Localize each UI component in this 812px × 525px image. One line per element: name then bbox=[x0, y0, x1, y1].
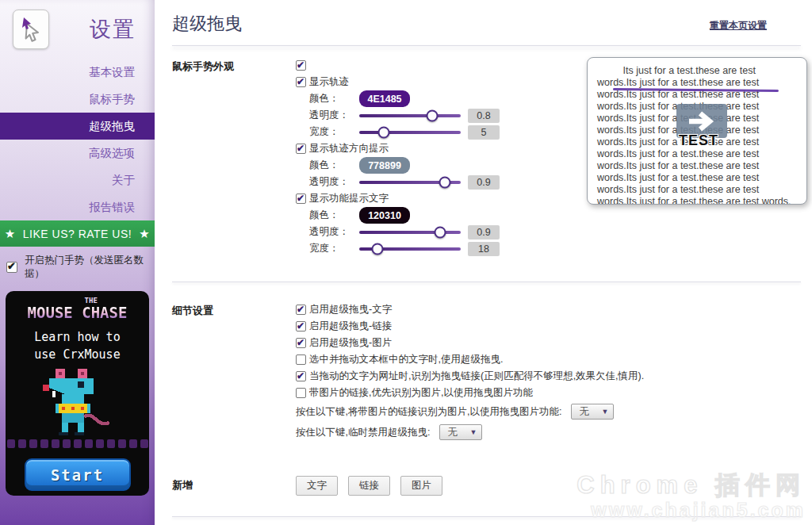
direction-opacity-row: 透明度： 0.9 bbox=[309, 174, 500, 190]
page-title: 超级拖曳 bbox=[172, 12, 242, 36]
direction-opacity-slider[interactable] bbox=[359, 181, 461, 184]
sidebar-item-super-drag[interactable]: 超级拖曳 bbox=[0, 113, 155, 140]
add-link-button[interactable]: 链接 bbox=[348, 476, 390, 496]
watermark-line2: www.chajian5.com bbox=[576, 499, 806, 522]
hint-opacity-value: 0.9 bbox=[468, 225, 500, 240]
bottom-divider bbox=[172, 516, 801, 517]
star-icon: ★ bbox=[139, 227, 150, 241]
main-content: 超级拖曳 重置本页设置 鼠标手势外观 显示轨迹 颜色： 4E1485 bbox=[155, 0, 812, 525]
rate-us-label: LIKE US? RATE US! bbox=[23, 228, 132, 240]
appearance-master-checkbox[interactable] bbox=[296, 60, 306, 71]
hot-gestures-checkbox[interactable] bbox=[6, 262, 17, 273]
sidebar-item-mouse-gestures[interactable]: 鼠标手势 bbox=[0, 86, 155, 113]
start-button[interactable]: Start bbox=[25, 458, 131, 491]
add-image-button[interactable]: 图片 bbox=[400, 476, 442, 496]
show-direction-checkbox[interactable] bbox=[296, 144, 306, 154]
add-new-buttons: 文字 链接 图片 bbox=[296, 476, 442, 496]
enable-drag-link-checkbox[interactable] bbox=[296, 321, 306, 331]
sidebar: 设置 基本设置 鼠标手势 超级拖曳 高级选项 关于 报告错误 ★ LIKE US… bbox=[0, 0, 155, 525]
main-header: 超级拖曳 重置本页设置 bbox=[155, 0, 812, 36]
opacity-label: 透明度： bbox=[309, 225, 359, 239]
sidebar-header: 设置 bbox=[0, 0, 155, 49]
star-icon: ★ bbox=[5, 227, 16, 241]
app-logo bbox=[13, 10, 49, 49]
detail-label: 带图片的链接,优先识别为图片,以使用拖曳图片功能 bbox=[309, 386, 533, 400]
image-link-key-select[interactable]: 无 ▼ bbox=[571, 404, 614, 420]
pixel-ground bbox=[6, 439, 149, 448]
detail-row: 启用超级拖曳-图片 bbox=[296, 335, 644, 351]
sidebar-nav: 基本设置 鼠标手势 超级拖曳 高级选项 关于 报告错误 bbox=[0, 59, 155, 220]
appearance-section-label: 鼠标手势外观 bbox=[172, 57, 296, 257]
drag-preview-card: Its just for a test.these are test words… bbox=[587, 57, 807, 205]
ad-title-block: THE MOUSE CHASE bbox=[6, 304, 149, 321]
ad-game-title: MOUSE CHASE bbox=[28, 304, 128, 321]
details-controls: 启用超级拖曳-文字 启用超级拖曳-链接 启用超级拖曳-图片 选中并拖动文本框中的… bbox=[296, 301, 644, 443]
image-link-key-row: 按住以下键,将带图片的链接识别为图片,以使用拖曳图片功能: 无 ▼ bbox=[296, 401, 644, 422]
textbox-drag-checkbox[interactable] bbox=[296, 354, 306, 365]
sidebar-item-about[interactable]: 关于 bbox=[0, 167, 155, 194]
chevron-down-icon: ▼ bbox=[602, 408, 609, 416]
reset-page-link[interactable]: 重置本页设置 bbox=[710, 19, 767, 33]
direction-color-swatch[interactable]: 778899 bbox=[359, 157, 410, 174]
ad-subtitle: Learn how to use CrxMouse bbox=[6, 328, 149, 363]
trail-opacity-row: 透明度： 0.8 bbox=[309, 107, 500, 124]
width-label: 宽度： bbox=[309, 125, 359, 139]
detail-label: 启用超级拖曳-文字 bbox=[309, 303, 392, 316]
header-divider bbox=[172, 45, 801, 46]
detail-label: 选中并拖动文本框中的文字时,使用超级拖曳. bbox=[309, 353, 503, 366]
hint-opacity-row: 透明度： 0.9 bbox=[309, 224, 500, 240]
arrow-right-icon bbox=[687, 110, 717, 132]
pixel-mouse-art bbox=[6, 368, 149, 436]
enable-drag-text-checkbox[interactable] bbox=[296, 305, 306, 315]
detail-label: 启用超级拖曳-链接 bbox=[309, 320, 392, 333]
slider-thumb[interactable] bbox=[372, 243, 384, 255]
trail-color-row: 颜色： 4E1485 bbox=[309, 90, 500, 107]
url-as-link-checkbox[interactable] bbox=[296, 371, 306, 381]
cursor-icon bbox=[20, 17, 42, 42]
key-row-label: 按住以下键,将带图片的链接识别为图片,以使用拖曳图片功能: bbox=[296, 405, 561, 419]
hint-opacity-slider[interactable] bbox=[359, 231, 461, 234]
direction-color-row: 颜色： 778899 bbox=[309, 157, 500, 174]
show-direction-row: 显示轨迹方向提示 bbox=[296, 140, 500, 157]
sidebar-item-report-errors[interactable]: 报告错误 bbox=[0, 194, 155, 220]
show-hint-text-label: 显示功能提示文字 bbox=[309, 192, 389, 205]
rate-us-banner[interactable]: ★ LIKE US? RATE US! ★ bbox=[0, 220, 155, 247]
add-text-button[interactable]: 文字 bbox=[296, 476, 338, 496]
opacity-label: 透明度： bbox=[309, 175, 359, 189]
appearance-controls: 显示轨迹 颜色： 4E1485 透明度： 0.8 宽度： 5 bbox=[296, 57, 500, 257]
slider-thumb[interactable] bbox=[435, 226, 446, 238]
color-label: 颜色： bbox=[309, 159, 359, 172]
sidebar-item-basic-settings[interactable]: 基本设置 bbox=[0, 59, 155, 86]
detail-row: 带图片的链接,优先识别为图片,以使用拖曳图片功能 bbox=[296, 385, 644, 401]
hint-width-slider[interactable] bbox=[359, 247, 461, 251]
detail-row: 启用超级拖曳-文字 bbox=[296, 301, 644, 318]
hot-gestures-label: 开启热门手势（发送匿名数据） bbox=[25, 254, 150, 281]
trail-opacity-value: 0.8 bbox=[468, 109, 500, 123]
appearance-master-row bbox=[296, 57, 500, 74]
slider-thumb[interactable] bbox=[427, 109, 439, 121]
show-direction-label: 显示轨迹方向提示 bbox=[309, 142, 389, 155]
slider-thumb[interactable] bbox=[377, 126, 389, 138]
width-label: 宽度： bbox=[309, 242, 359, 255]
detail-row: 当拖动的文字为网址时,识别为拖曳链接(正则匹配得不够理想,效果欠佳,慎用). bbox=[296, 368, 644, 385]
disable-drag-key-row: 按住以下键,临时禁用超级拖曳: 无 ▼ bbox=[296, 422, 644, 443]
preview-test-label: TEST bbox=[679, 135, 718, 147]
key-row-label: 按住以下键,临时禁用超级拖曳: bbox=[296, 426, 430, 439]
chevron-down-icon: ▼ bbox=[470, 428, 477, 436]
detail-row: 启用超级拖曳-链接 bbox=[296, 318, 644, 335]
show-trail-label: 显示轨迹 bbox=[309, 75, 349, 89]
image-link-priority-checkbox[interactable] bbox=[296, 388, 306, 398]
trail-width-slider[interactable] bbox=[359, 131, 461, 134]
detail-label: 启用超级拖曳-图片 bbox=[309, 336, 392, 350]
color-label: 颜色： bbox=[309, 209, 359, 222]
add-new-section: 新增 文字 链接 图片 bbox=[155, 476, 812, 496]
trail-color-swatch[interactable]: 4E1485 bbox=[359, 90, 410, 107]
disable-drag-key-select[interactable]: 无 ▼ bbox=[439, 424, 482, 440]
show-trail-checkbox[interactable] bbox=[296, 77, 306, 87]
trail-opacity-slider[interactable] bbox=[359, 114, 461, 117]
enable-drag-image-checkbox[interactable] bbox=[296, 338, 306, 348]
sidebar-item-advanced-options[interactable]: 高级选项 bbox=[0, 140, 155, 167]
slider-thumb[interactable] bbox=[439, 176, 450, 188]
show-hint-text-checkbox[interactable] bbox=[296, 194, 306, 204]
hint-color-swatch[interactable]: 120310 bbox=[359, 207, 410, 224]
